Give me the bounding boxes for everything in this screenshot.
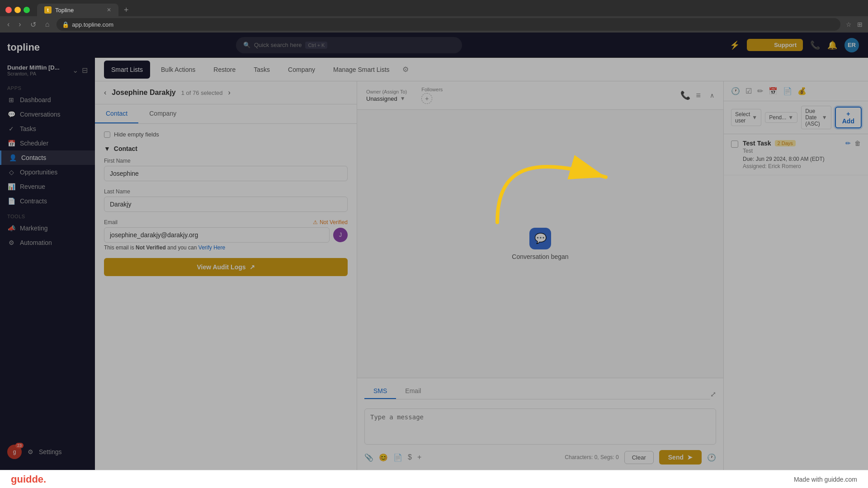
schedule-icon[interactable]: 🕐	[707, 453, 716, 462]
contact-next-button[interactable]: ›	[228, 89, 231, 97]
sidebar-item-scheduler[interactable]: 📅 Scheduler	[0, 136, 95, 150]
panel-tab-bar: Smart Lists Bulk Actions Restore Tasks C…	[95, 58, 868, 81]
refresh-button[interactable]: ↺	[28, 19, 38, 31]
tab-restore[interactable]: Restore	[206, 61, 243, 79]
workspace-name: Dunder Mifflin [D...	[7, 64, 69, 71]
email-input[interactable]	[104, 227, 330, 243]
status-filter-chevron: ▼	[788, 114, 793, 121]
filter-icon[interactable]: ≡	[696, 91, 701, 100]
section-collapse-icon: ▼	[104, 145, 110, 152]
contact-tab-company[interactable]: Company	[138, 104, 187, 123]
tab-tasks[interactable]: Tasks	[246, 61, 277, 79]
audit-logs-button[interactable]: View Audit Logs ↗	[104, 258, 348, 276]
sidebar-item-revenue[interactable]: 📊 Revenue	[0, 179, 95, 194]
first-name-input[interactable]	[104, 166, 348, 181]
tab-smart-lists[interactable]: Smart Lists	[104, 61, 150, 79]
conversation-footer: SMS Email ⤢ 📎 😊 📄 $ +	[357, 378, 723, 470]
owner-dropdown[interactable]: Unassigned ▼	[366, 95, 407, 102]
close-button[interactable]	[5, 7, 12, 13]
three-column-layout: ‹ Josephine Darakjy 1 of 76 selected › C…	[95, 81, 868, 470]
owner-value-text: Unassigned	[366, 95, 397, 102]
collapse-panel-button[interactable]: ∧	[710, 91, 714, 99]
forward-button[interactable]: ›	[17, 19, 23, 30]
status-filter-dropdown[interactable]: Pend... ▼	[765, 112, 797, 123]
money-icon[interactable]: 💰	[797, 87, 807, 95]
new-tab-button[interactable]: +	[120, 4, 132, 17]
dollar-icon[interactable]: $	[408, 453, 412, 461]
tab-email[interactable]: Email	[396, 384, 430, 399]
tasks-panel: 🕐 ☑ ✏ 📅 📄 💰 Select user ▼	[723, 81, 868, 470]
send-icon: ➤	[687, 454, 693, 461]
maximize-button[interactable]	[24, 7, 30, 13]
bookmark-icon[interactable]: ☆	[846, 21, 852, 28]
owner-chevron-icon: ▼	[400, 95, 406, 102]
layout-toggle-icon[interactable]: ⊟	[82, 66, 88, 75]
bell-icon[interactable]: 🔔	[827, 40, 837, 50]
user-avatar-sidebar[interactable]: g 23	[7, 445, 22, 459]
sidebar-item-label: Contracts	[20, 197, 47, 205]
support-button[interactable]: topline Support	[747, 39, 803, 51]
automation-icon: ⚙	[7, 239, 15, 246]
sidebar-item-automation[interactable]: ⚙ Automation	[0, 235, 95, 250]
search-bar[interactable]: 🔍 Quick search here Ctrl + K	[236, 37, 462, 53]
lightning-icon[interactable]: ⚡	[730, 40, 740, 50]
panel-gear-icon[interactable]: ⚙	[402, 65, 409, 74]
sidebar-item-contacts[interactable]: 👤 Contacts	[0, 150, 95, 165]
browser-toolbar: ‹ › ↺ ⌂ 🔒 app.topline.com ☆ ⊞	[0, 16, 868, 33]
history-icon[interactable]: 🕐	[731, 87, 740, 95]
tab-company[interactable]: Company	[281, 61, 322, 79]
task-delete-button[interactable]: 🗑	[854, 140, 861, 147]
plus-icon[interactable]: +	[417, 453, 421, 461]
phone-call-icon[interactable]: 📞	[680, 90, 690, 100]
sidebar-item-dashboard[interactable]: ⊞ Dashboard	[0, 93, 95, 107]
sidebar-item-conversations[interactable]: 💬 Conversations	[0, 107, 95, 122]
message-input[interactable]	[364, 408, 716, 445]
phone-icon[interactable]: 📞	[810, 40, 820, 50]
hide-empty-fields-row: Hide empty fields	[104, 131, 348, 138]
tab-close-icon[interactable]: ✕	[107, 7, 111, 13]
add-follower-button[interactable]: +	[421, 93, 432, 104]
verify-here-link[interactable]: Verify Here	[198, 244, 225, 251]
extensions-icon[interactable]: ⊞	[857, 21, 863, 28]
followers-section: Followers +	[421, 87, 443, 104]
document-icon[interactable]: 📄	[783, 87, 792, 95]
sidebar-item-settings[interactable]: ⚙ Settings	[26, 448, 62, 455]
contact-tab-contact[interactable]: Contact	[95, 104, 138, 123]
minimize-button[interactable]	[14, 7, 21, 13]
sidebar-item-tasks[interactable]: ✓ Tasks	[0, 122, 95, 136]
back-button[interactable]: ‹	[5, 19, 11, 30]
template-icon[interactable]: 📄	[393, 453, 402, 462]
checkbox-icon[interactable]: ☑	[745, 87, 752, 95]
edit-icon[interactable]: ✏	[757, 87, 763, 95]
home-button[interactable]: ⌂	[43, 19, 52, 30]
add-task-button[interactable]: + Add	[835, 107, 862, 128]
user-filter-dropdown[interactable]: Select user ▼	[731, 109, 761, 126]
tab-bulk-actions[interactable]: Bulk Actions	[154, 61, 203, 79]
emoji-icon[interactable]: 😊	[379, 453, 388, 462]
send-button[interactable]: Send ➤	[659, 450, 702, 465]
sidebar-item-label: Opportunities	[20, 169, 57, 176]
workspace-switcher[interactable]: Dunder Mifflin [D... Scranton, PA ⌄ ⊟	[0, 61, 95, 80]
calendar-icon[interactable]: 📅	[769, 87, 778, 95]
user-filter-label: Select user	[735, 111, 750, 124]
address-bar[interactable]: 🔒 app.topline.com	[57, 18, 840, 31]
contact-back-button[interactable]: ‹	[104, 89, 106, 97]
user-avatar-topnav[interactable]: ER	[844, 38, 859, 52]
expand-composer-icon[interactable]: ⤢	[710, 390, 716, 399]
sidebar-item-label: Conversations	[20, 111, 61, 118]
sidebar-item-opportunities[interactable]: ◇ Opportunities	[0, 165, 95, 179]
apps-section-label: Apps	[0, 80, 95, 93]
tab-manage-smart-lists[interactable]: Manage Smart Lists	[326, 61, 397, 79]
hide-empty-checkbox[interactable]	[104, 131, 110, 138]
clear-button[interactable]: Clear	[624, 451, 654, 464]
sidebar-item-marketing[interactable]: 📣 Marketing	[0, 221, 95, 235]
last-name-input[interactable]	[104, 197, 348, 212]
active-tab[interactable]: t Topline ✕	[37, 4, 118, 16]
due-filter-dropdown[interactable]: Due Date (ASC) ▼	[801, 106, 831, 129]
attach-icon[interactable]: 📎	[364, 453, 373, 462]
task-edit-button[interactable]: ✏	[845, 140, 851, 147]
task-checkbox[interactable]	[731, 141, 738, 148]
contact-section-header[interactable]: ▼ Contact	[104, 145, 348, 152]
tab-sms[interactable]: SMS	[364, 384, 396, 399]
sidebar-item-contracts[interactable]: 📄 Contracts	[0, 194, 95, 208]
